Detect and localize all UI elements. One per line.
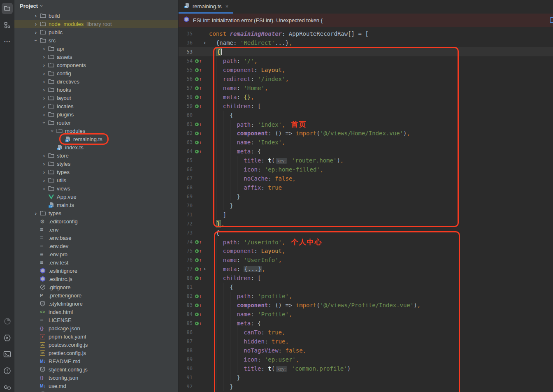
code-editor[interactable]: 35const remainingRouter: AppRouteRecordR… bbox=[179, 27, 553, 392]
code-line-68[interactable]: 68 affix: true bbox=[179, 183, 553, 192]
tree-item-plugins[interactable]: ›plugins bbox=[14, 110, 178, 118]
tree-item-.editorconfig[interactable]: ⚙.editorconfig bbox=[14, 217, 178, 225]
tree-item-store[interactable]: ›store bbox=[14, 151, 178, 160]
tree-item-App.vue[interactable]: App.vue bbox=[14, 193, 178, 201]
tree-item-types[interactable]: ›types bbox=[14, 209, 178, 217]
code-line-76[interactable]: 76↑ name: 'UserInfo', bbox=[179, 255, 553, 264]
tree-item-router[interactable]: ›router bbox=[14, 118, 178, 127]
bottom-partial-button[interactable] bbox=[0, 379, 14, 392]
code-line-74[interactable]: 74↑ path: '/userinfo',个人中心 bbox=[179, 237, 553, 246]
tree-item-src[interactable]: ›src bbox=[14, 36, 178, 44]
structure-tool-button[interactable] bbox=[0, 16, 14, 33]
tree-item-node_modules[interactable]: ›node_moduleslibrary root bbox=[14, 20, 178, 28]
tree-item-remaining.ts[interactable]: TSremaining.ts bbox=[14, 135, 178, 143]
code-line-91[interactable]: 91 } bbox=[179, 373, 553, 382]
tree-item-use.md[interactable]: M↓use.md bbox=[14, 382, 178, 390]
tree-item-modules[interactable]: ›modules bbox=[14, 127, 178, 135]
tree-item-types[interactable]: ›types bbox=[14, 168, 178, 176]
chevron-right-icon[interactable]: › bbox=[43, 112, 45, 117]
code-line-71[interactable]: 71 ] bbox=[179, 210, 553, 219]
code-line-70[interactable]: 70 } bbox=[179, 201, 553, 210]
tree-item-postcss.config.js[interactable]: JSpostcss.config.js bbox=[14, 341, 178, 349]
code-line-73[interactable]: 73 { bbox=[179, 228, 553, 237]
tree-item-tsconfig.json[interactable]: {}tsconfig.json bbox=[14, 373, 178, 382]
code-line-90[interactable]: 90 title: t(key: 'common.profile') bbox=[179, 364, 553, 373]
tree-item-hooks[interactable]: ›hooks bbox=[14, 86, 178, 94]
tree-item-.env[interactable]: ≡.env bbox=[14, 225, 178, 234]
tree-item-.env.base[interactable]: ≡.env.base bbox=[14, 234, 178, 242]
tree-item-.eslintignore[interactable]: .eslintignore bbox=[14, 267, 178, 275]
tree-item-locales[interactable]: ›locales bbox=[14, 102, 178, 110]
tree-item-.env.test[interactable]: ≡.env.test bbox=[14, 258, 178, 267]
chevron-right-icon[interactable]: › bbox=[43, 104, 45, 109]
tree-item-components[interactable]: ›components bbox=[14, 61, 178, 69]
code-line-59[interactable]: 59↑ children: [ bbox=[179, 102, 553, 111]
fold-arrow-icon[interactable]: › bbox=[203, 264, 209, 274]
banner-action-icon[interactable] bbox=[550, 17, 553, 23]
code-line-62[interactable]: 62↑ component: () => import('@/views/Hom… bbox=[179, 129, 553, 138]
tree-item-package.json[interactable]: {}package.json bbox=[14, 324, 178, 332]
tree-item-.env.pro[interactable]: ≡.env.pro bbox=[14, 250, 178, 258]
code-line-54[interactable]: 54↑ path: '/', bbox=[179, 56, 553, 65]
chevron-right-icon[interactable]: › bbox=[43, 63, 45, 68]
chevron-right-icon[interactable]: › bbox=[43, 46, 45, 51]
tree-item-main.ts[interactable]: TSmain.ts bbox=[14, 201, 178, 209]
chevron-right-icon[interactable]: › bbox=[43, 169, 45, 175]
tree-item-prettier.config.js[interactable]: JSprettier.config.js bbox=[14, 349, 178, 357]
tree-item-layout[interactable]: ›layout bbox=[14, 94, 178, 102]
close-tab-icon[interactable]: × bbox=[225, 3, 229, 9]
code-line-88[interactable]: 88 noTagsView: false, bbox=[179, 346, 553, 355]
code-line-87[interactable]: 87 hidden: true, bbox=[179, 337, 553, 346]
chevron-right-icon[interactable]: › bbox=[35, 30, 37, 35]
code-line-63[interactable]: 63↑ name: 'Index', bbox=[179, 138, 553, 147]
code-line-82[interactable]: 82↑ path: 'profile', bbox=[179, 292, 553, 301]
code-line-84[interactable]: 84↑ name: 'Profile', bbox=[179, 310, 553, 319]
chevron-right-icon[interactable]: › bbox=[43, 71, 45, 76]
code-line-56[interactable]: 56↑ redirect: '/index', bbox=[179, 74, 553, 84]
code-line-55[interactable]: 55↑ component: Layout, bbox=[179, 65, 553, 74]
chevron-right-icon[interactable]: › bbox=[43, 79, 45, 84]
chevron-right-icon[interactable]: › bbox=[35, 211, 37, 216]
code-line-64[interactable]: 64↑ meta: { bbox=[179, 147, 553, 156]
code-line-81[interactable]: 81 { bbox=[179, 283, 553, 292]
tree-item-build[interactable]: ›build bbox=[14, 12, 178, 20]
chevron-right-icon[interactable]: › bbox=[43, 178, 45, 183]
tree-item-README.md[interactable]: M↓README.md bbox=[14, 357, 178, 365]
chevron-right-icon[interactable]: › bbox=[43, 161, 45, 167]
tree-item-pnpm-lock.yaml[interactable]: Ypnpm-lock.yaml bbox=[14, 332, 178, 341]
tree-item-.env.dev[interactable]: ≡.env.dev bbox=[14, 242, 178, 250]
code-line-60[interactable]: 60 { bbox=[179, 111, 553, 120]
code-line-72[interactable]: 72 }, bbox=[179, 219, 553, 228]
code-line-53[interactable]: 53 { bbox=[179, 47, 553, 56]
tree-item-directives[interactable]: ›directives bbox=[14, 77, 178, 86]
code-line-80[interactable]: 80↑ children: [ bbox=[179, 274, 553, 283]
code-line-75[interactable]: 75↑ component: Layout, bbox=[179, 246, 553, 255]
chevron-right-icon[interactable]: › bbox=[43, 153, 45, 158]
code-line-66[interactable]: 66 icon: 'ep:home-filled', bbox=[179, 165, 553, 174]
project-panel-header[interactable]: Project › bbox=[14, 0, 178, 12]
terminal-tool-button[interactable] bbox=[0, 346, 14, 362]
tree-item-public[interactable]: ›public bbox=[14, 28, 178, 36]
tree-item-views[interactable]: ›views bbox=[14, 184, 178, 193]
tree-item-api[interactable]: ›api bbox=[14, 44, 178, 53]
tree-item-assets[interactable]: ›assets bbox=[14, 53, 178, 61]
tree-item-.eslintrc.js[interactable]: .eslintrc.js bbox=[14, 275, 178, 283]
code-line-77[interactable]: 77↑› meta: {...}, bbox=[179, 264, 553, 274]
chevron-right-icon[interactable]: › bbox=[35, 13, 37, 19]
tree-item-config[interactable]: ›config bbox=[14, 69, 178, 77]
code-line-36[interactable]: 36› {name: 'Redirect'...}, bbox=[179, 38, 553, 47]
code-line-85[interactable]: 85↑ meta: { bbox=[179, 319, 553, 328]
project-tool-button[interactable] bbox=[0, 0, 14, 16]
code-line-58[interactable]: 58↑ meta: {}, bbox=[179, 93, 553, 102]
chevron-right-icon[interactable]: › bbox=[43, 54, 45, 60]
chevron-down-icon[interactable]: › bbox=[42, 122, 47, 123]
code-line-57[interactable]: 57↑ name: 'Home', bbox=[179, 84, 553, 93]
tree-item-.prettierignore[interactable]: P.prettierignore bbox=[14, 291, 178, 299]
chevron-right-icon[interactable]: › bbox=[43, 186, 45, 191]
code-line-83[interactable]: 83↑ component: () => import('@/views/Pro… bbox=[179, 301, 553, 310]
tree-item-utils[interactable]: ›utils bbox=[14, 176, 178, 184]
chevron-down-icon[interactable]: › bbox=[50, 130, 55, 132]
chevron-down-icon[interactable]: › bbox=[33, 39, 39, 41]
tree-item-stylelint.config.js[interactable]: stylelint.config.js bbox=[14, 365, 178, 373]
tree-item-LICENSE[interactable]: ≡LICENSE bbox=[14, 316, 178, 324]
